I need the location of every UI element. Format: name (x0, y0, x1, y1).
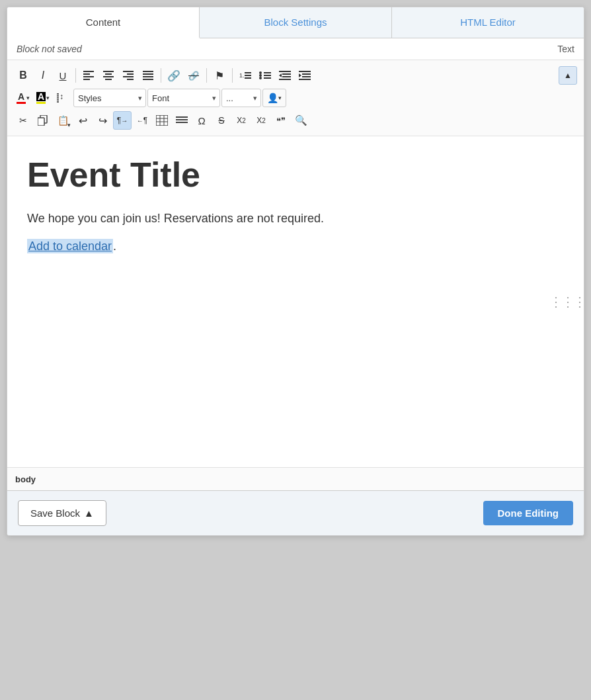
table-button[interactable] (153, 111, 171, 130)
align-justify-button[interactable] (139, 66, 157, 85)
svg-rect-23 (264, 72, 271, 73)
content-footer: body (7, 467, 584, 490)
separator-3 (206, 68, 207, 83)
save-block-label: Save Block (30, 507, 80, 519)
omega-button[interactable]: Ω (192, 111, 211, 130)
svg-rect-9 (127, 73, 134, 75)
copy-button[interactable] (34, 111, 52, 130)
quote-button[interactable]: ❝❞ (272, 111, 290, 130)
align-right-button[interactable] (119, 66, 138, 85)
svg-rect-31 (299, 71, 311, 72)
hr-button[interactable] (173, 111, 191, 130)
search-button[interactable]: 🔍 (292, 111, 310, 130)
superscript-button[interactable]: X2 (252, 111, 270, 130)
body-tag-label: body (15, 474, 36, 484)
line-spacing-button[interactable]: ↕ (54, 89, 72, 107)
bg-color-button[interactable]: A ▾ (34, 89, 52, 107)
svg-rect-1 (83, 73, 90, 75)
separator-1 (75, 68, 76, 83)
styles-select[interactable]: Styles (73, 89, 146, 107)
svg-rect-30 (279, 79, 291, 80)
rtl-button[interactable]: ←¶ (133, 111, 151, 130)
align-left-button[interactable] (79, 66, 98, 85)
svg-rect-13 (143, 73, 153, 75)
svg-point-20 (259, 71, 262, 74)
svg-rect-24 (264, 75, 271, 76)
svg-rect-0 (83, 71, 94, 72)
drag-handle[interactable]: ⋮⋮⋮ (549, 294, 584, 310)
subscript-button[interactable]: X2 (232, 111, 251, 130)
event-body[interactable]: We hope you can join us! Reservations ar… (27, 210, 564, 228)
font-select[interactable]: Font (147, 89, 220, 107)
event-title[interactable]: Event Title (27, 156, 564, 194)
svg-rect-5 (105, 73, 112, 75)
unordered-list-button[interactable] (256, 66, 274, 85)
done-editing-button[interactable]: Done Editing (483, 501, 574, 525)
ordered-list-button[interactable]: 1. (236, 66, 255, 85)
svg-rect-4 (103, 71, 114, 72)
svg-rect-34 (302, 76, 311, 77)
collapse-button[interactable]: ▲ (559, 66, 577, 85)
more-select[interactable]: ... (221, 89, 261, 107)
undo-button[interactable]: ↩ (73, 111, 92, 130)
svg-rect-10 (123, 76, 134, 77)
svg-rect-40 (57, 99, 59, 101)
svg-rect-27 (282, 73, 291, 75)
tab-block-settings[interactable]: Block Settings (200, 7, 392, 38)
separator-4 (232, 68, 233, 83)
svg-rect-14 (143, 76, 153, 77)
svg-rect-37 (57, 93, 59, 95)
align-center-button[interactable] (99, 66, 118, 85)
editor-container: Content Block Settings HTML Editor Block… (7, 7, 584, 536)
block-not-saved-label: Block not saved (17, 44, 82, 54)
cut-button[interactable]: ✂ (14, 111, 32, 130)
bold-button[interactable]: B (14, 66, 32, 85)
status-bar: Block not saved Text (7, 38, 584, 60)
svg-rect-39 (57, 97, 59, 99)
svg-rect-44 (156, 115, 168, 126)
link-button[interactable]: 🔗 (165, 66, 183, 85)
svg-rect-17 (245, 72, 251, 73)
svg-rect-12 (143, 71, 153, 72)
tab-html-editor[interactable]: HTML Editor (392, 7, 584, 38)
svg-text:1.: 1. (239, 72, 245, 79)
paste-button[interactable]: 📋▾ (54, 111, 72, 130)
save-block-button[interactable]: Save Block ▲ (18, 500, 106, 526)
svg-rect-6 (103, 76, 114, 77)
calendar-period: . (113, 240, 116, 253)
redo-button[interactable]: ↪ (93, 111, 112, 130)
svg-rect-38 (57, 95, 59, 97)
unlink-button[interactable]: 🔗 (184, 66, 203, 85)
content-area[interactable]: Event Title We hope you can join us! Res… (7, 136, 584, 467)
svg-point-22 (259, 77, 262, 79)
svg-rect-25 (264, 77, 271, 79)
svg-rect-3 (83, 79, 90, 80)
svg-rect-32 (302, 73, 311, 75)
strikethrough-button[interactable]: S (212, 111, 231, 130)
ltr-button[interactable]: ¶→ (113, 111, 132, 130)
person-button[interactable]: 👤▾ (262, 89, 286, 107)
text-color-button[interactable]: A ▾ (14, 89, 32, 107)
toolbar: B I U 🔗 🔗 ⚑ 1. (7, 60, 584, 136)
svg-rect-50 (176, 119, 188, 120)
underline-button[interactable]: U (54, 66, 72, 85)
tab-bar: Content Block Settings HTML Editor (7, 7, 584, 38)
svg-rect-41 (57, 101, 59, 103)
tab-content[interactable]: Content (7, 7, 200, 38)
flag-button[interactable]: ⚑ (210, 66, 229, 85)
svg-rect-7 (105, 79, 112, 80)
svg-rect-26 (279, 71, 291, 72)
svg-point-21 (259, 74, 262, 77)
calendar-link[interactable]: Add to calendar (27, 239, 113, 253)
indent-button[interactable] (296, 66, 314, 85)
svg-rect-51 (176, 122, 188, 123)
italic-button[interactable]: I (34, 66, 52, 85)
separator-2 (161, 68, 161, 83)
text-color-a-icon: A (17, 92, 26, 104)
action-bar: Save Block ▲ Done Editing (7, 490, 584, 535)
svg-rect-15 (143, 79, 153, 80)
outdent-button[interactable] (276, 66, 294, 85)
save-block-arrow-icon: ▲ (84, 507, 94, 519)
bg-color-a-icon: A (36, 92, 46, 104)
svg-rect-8 (123, 71, 134, 72)
